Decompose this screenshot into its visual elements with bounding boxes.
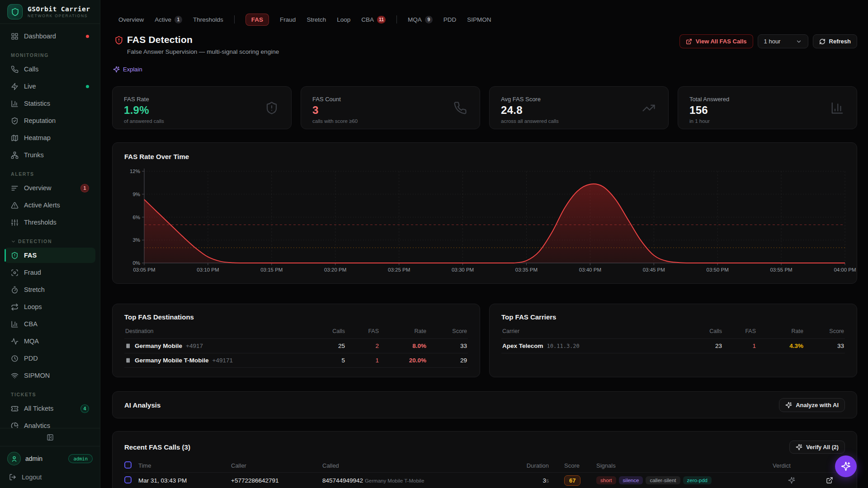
sidebar: GSOrbit Carrier NETWORK OPERATIONS Dashb… bbox=[0, 0, 100, 488]
sidebar-item-cba[interactable]: CBA bbox=[5, 316, 95, 332]
svg-text:04:00 PM: 04:00 PM bbox=[834, 267, 856, 272]
sidebar-item-overview[interactable]: Overview1 bbox=[5, 180, 95, 196]
tab-label: Fraud bbox=[280, 16, 296, 23]
logout-button[interactable]: Logout bbox=[0, 469, 100, 488]
recent-column-header: Duration bbox=[499, 462, 549, 469]
sidebar-item-all-tickets[interactable]: All Tickets4 bbox=[5, 401, 95, 416]
timer-icon bbox=[11, 286, 19, 294]
ai-fab-button[interactable] bbox=[835, 455, 857, 477]
destination-name: Germany Mobile T-Mobile bbox=[135, 357, 209, 364]
sidebar-collapse-button[interactable] bbox=[0, 428, 100, 446]
stat-label: Avg FAS Score bbox=[501, 96, 657, 103]
table-row[interactable]: Germany Mobile +49172528.0%33 bbox=[124, 339, 468, 353]
sidebar-item-label: Heatmap bbox=[24, 134, 89, 141]
sidebar-item-mqa[interactable]: MQA bbox=[5, 333, 95, 349]
sidebar-item-pdd[interactable]: PDD bbox=[5, 351, 95, 366]
stat-sublabel: in 1 hour bbox=[689, 118, 846, 124]
recent-call-row[interactable]: Mar 31, 03:43 PM+57722866427918457449499… bbox=[124, 473, 845, 488]
recent-column-header: Verdict bbox=[773, 462, 845, 469]
sidebar-item-label: Thresholds bbox=[24, 219, 89, 226]
grid-icon bbox=[11, 33, 19, 40]
table-header-row: CarrierCallsFASRateScore bbox=[501, 325, 845, 339]
topnav-tab-loop[interactable]: Loop bbox=[337, 16, 350, 23]
section-label: MONITORING bbox=[11, 52, 49, 58]
red-dot bbox=[86, 35, 89, 38]
open-call-icon[interactable] bbox=[826, 477, 833, 484]
table-row[interactable]: Apex Telecom 10.11.3.202314.3%33 bbox=[501, 339, 845, 353]
sidebar-item-active-alerts[interactable]: Active Alerts bbox=[5, 197, 95, 213]
svg-text:03:50 PM: 03:50 PM bbox=[707, 267, 729, 272]
score-cell: 33 bbox=[427, 339, 468, 353]
tab-label: SIPMON bbox=[467, 16, 491, 23]
row-checkbox[interactable] bbox=[124, 476, 132, 483]
svg-text:6%: 6% bbox=[132, 215, 140, 220]
analyze-with-ai-button[interactable]: Analyze with AI bbox=[779, 398, 845, 412]
brand-logo bbox=[7, 4, 23, 19]
recent-fas-calls-card: Recent FAS Calls (3) Verify All (2) Time… bbox=[112, 431, 857, 488]
topnav-tab-stretch[interactable]: Stretch bbox=[307, 16, 326, 23]
brand-tagline: NETWORK OPERATIONS bbox=[28, 14, 90, 18]
count-badge: 1 bbox=[80, 184, 89, 192]
topnav-tab-pdd[interactable]: PDD bbox=[443, 16, 457, 23]
recent-header-row: TimeCallerCalledDurationScoreSignalsVerd… bbox=[124, 459, 845, 473]
refresh-button[interactable]: Refresh bbox=[813, 34, 857, 48]
call-signals: shortsilencecaller-silentzero-pdd bbox=[596, 476, 773, 484]
sidebar-item-trunks[interactable]: Trunks bbox=[5, 147, 95, 163]
sidebar-item-stretch[interactable]: Stretch bbox=[5, 282, 95, 297]
topnav-tab-thresholds[interactable]: Thresholds bbox=[193, 16, 223, 23]
table-row[interactable]: Germany Mobile T-Mobile +491715120.0%29 bbox=[124, 353, 468, 368]
ticket-icon bbox=[11, 405, 19, 413]
explain-button[interactable]: Explain bbox=[112, 66, 857, 73]
tab-badge: 9 bbox=[425, 16, 433, 23]
sidebar-item-loops[interactable]: Loops bbox=[5, 299, 95, 314]
tab-label: Thresholds bbox=[193, 16, 223, 23]
recent-title: Recent FAS Calls (3) bbox=[124, 443, 190, 451]
sidebar-item-label: PDD bbox=[24, 355, 89, 362]
explain-label: Explain bbox=[123, 66, 142, 73]
select-all-checkbox[interactable] bbox=[124, 461, 132, 469]
topnav-divider bbox=[234, 15, 235, 23]
topnav-tab-sipmon[interactable]: SIPMON bbox=[467, 16, 491, 23]
sidebar-item-label: SIPMON bbox=[24, 372, 89, 379]
destination-name: Germany Mobile bbox=[135, 343, 182, 349]
topnav-tab-mqa[interactable]: MQA9 bbox=[408, 16, 433, 23]
refresh-icon bbox=[819, 38, 826, 45]
shield-check-icon bbox=[11, 117, 19, 125]
svg-text:03:40 PM: 03:40 PM bbox=[579, 267, 601, 272]
topnav-tab-active[interactable]: Active1 bbox=[155, 16, 182, 23]
sidebar-item-reputation[interactable]: Reputation bbox=[5, 113, 95, 128]
topnav-tab-fraud[interactable]: Fraud bbox=[280, 16, 296, 23]
carriers-table: CarrierCallsFASRateScoreApex Telecom 10.… bbox=[501, 325, 845, 353]
topnav-tab-cba[interactable]: CBA11 bbox=[361, 16, 386, 23]
verify-all-button[interactable]: Verify All (2) bbox=[789, 441, 845, 454]
time-range-select[interactable]: 1 hour bbox=[758, 34, 808, 48]
sidebar-item-dashboard[interactable]: Dashboard bbox=[5, 28, 95, 44]
scan-icon bbox=[11, 269, 19, 277]
sidebar-item-sipmon[interactable]: SIPMON bbox=[5, 368, 95, 383]
range-value: 1 hour bbox=[764, 38, 781, 45]
topnav-tab-overview[interactable]: Overview bbox=[118, 16, 144, 23]
sparkles-icon bbox=[796, 444, 802, 450]
sidebar-item-statistics[interactable]: Statistics bbox=[5, 96, 95, 111]
view-all-fas-calls-button[interactable]: View All FAS Calls bbox=[679, 34, 753, 48]
sparkles-icon bbox=[841, 461, 851, 471]
sidebar-item-heatmap[interactable]: Heatmap bbox=[5, 130, 95, 145]
sidebar-item-thresholds[interactable]: Thresholds bbox=[5, 215, 95, 230]
sidebar-item-live[interactable]: Live bbox=[5, 79, 95, 94]
flag-icon bbox=[125, 343, 131, 349]
topnav-tab-fas[interactable]: FAS bbox=[245, 14, 269, 26]
stat-label: FAS Rate bbox=[124, 96, 280, 103]
user-row[interactable]: admin admin bbox=[0, 446, 100, 469]
column-header: Calls bbox=[310, 325, 346, 339]
wifi-icon bbox=[11, 372, 19, 380]
sidebar-item-calls[interactable]: Calls bbox=[5, 61, 95, 77]
tab-label: PDD bbox=[443, 16, 457, 23]
signal-badge: caller-silent bbox=[646, 476, 680, 484]
tables-row: Top FAS Destinations DestinationCallsFAS… bbox=[112, 304, 857, 377]
destinations-table: DestinationCallsFASRateScoreGermany Mobi… bbox=[124, 325, 468, 368]
sidebar-item-fraud[interactable]: Fraud bbox=[5, 265, 95, 280]
section-label: ALERTS bbox=[11, 171, 34, 177]
verify-icon[interactable] bbox=[788, 477, 795, 484]
tab-label: CBA bbox=[361, 16, 374, 23]
sidebar-item-fas[interactable]: FAS bbox=[5, 248, 95, 263]
